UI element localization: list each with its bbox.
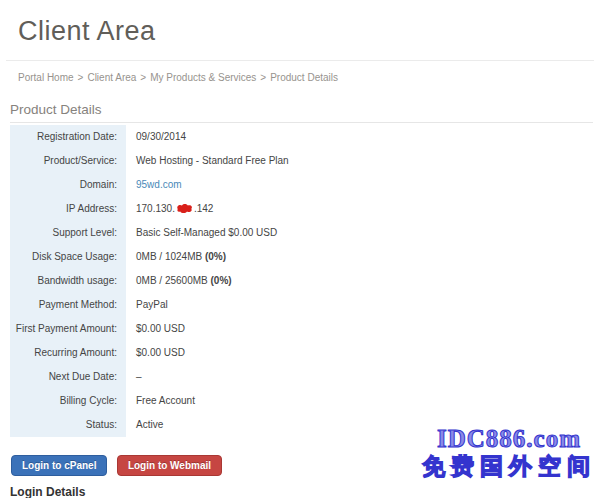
row-value: 0MB / 25600MB (0%): [126, 269, 595, 293]
breadcrumb-separator: >: [140, 72, 146, 83]
row-label: IP Address:: [10, 197, 126, 221]
row-label: Product/Service:: [10, 149, 126, 173]
table-row: Support Level: Basic Self-Managed $0.00 …: [10, 221, 595, 245]
breadcrumb-link-client-area[interactable]: Client Area: [87, 72, 136, 83]
breadcrumb-separator: >: [260, 72, 266, 83]
row-value: Basic Self-Managed $0.00 USD: [126, 221, 595, 245]
action-buttons: Login to cPanel Login to Webmail: [11, 455, 600, 476]
bandwidth-usage-text: 0MB / 25600MB: [136, 275, 210, 286]
row-value: 0MB / 1024MB (0%): [126, 245, 595, 269]
table-row: Product/Service: Web Hosting - Standard …: [10, 149, 595, 173]
row-label: Status:: [10, 413, 126, 437]
row-value: –: [126, 365, 595, 389]
table-row: Recurring Amount: $0.00 USD: [10, 341, 595, 365]
row-label: Next Due Date:: [10, 365, 126, 389]
breadcrumb-current-product-details: Product Details: [270, 72, 338, 83]
breadcrumb-separator: >: [78, 72, 84, 83]
table-row: Disk Space Usage: 0MB / 1024MB (0%): [10, 245, 595, 269]
table-row: Next Due Date: –: [10, 365, 595, 389]
table-row: Registration Date: 09/30/2014: [10, 125, 595, 149]
disk-usage-text: 0MB / 1024MB: [136, 251, 205, 262]
row-value: PayPal: [126, 293, 595, 317]
table-row: First Payment Amount: $0.00 USD: [10, 317, 595, 341]
breadcrumb-link-portal-home[interactable]: Portal Home: [18, 72, 74, 83]
domain-link[interactable]: 95wd.com: [136, 179, 182, 190]
row-label: Billing Cycle:: [10, 389, 126, 413]
row-value: $0.00 USD: [126, 317, 595, 341]
row-label: Recurring Amount:: [10, 341, 126, 365]
row-label: Disk Space Usage:: [10, 245, 126, 269]
section-title-product-details: Product Details: [10, 102, 593, 123]
table-row: Bandwidth usage: 0MB / 25600MB (0%): [10, 269, 595, 293]
row-label: Registration Date:: [10, 125, 126, 149]
row-label: Bandwidth usage:: [10, 269, 126, 293]
row-label: First Payment Amount:: [10, 317, 126, 341]
product-details-table: Registration Date: 09/30/2014 Product/Se…: [10, 125, 595, 437]
row-value: 09/30/2014: [126, 125, 595, 149]
row-value: $0.00 USD: [126, 341, 595, 365]
row-value: 170.130..142: [126, 197, 595, 221]
login-webmail-button[interactable]: Login to Webmail: [117, 455, 222, 476]
table-row: Domain: 95wd.com: [10, 173, 595, 197]
bandwidth-usage-percent: (0%): [210, 275, 231, 286]
row-label: Domain:: [10, 173, 126, 197]
table-row: Status: Active: [10, 413, 595, 437]
table-row: Billing Cycle: Free Account: [10, 389, 595, 413]
table-row: Payment Method: PayPal: [10, 293, 595, 317]
section-title-login-details: Login Details: [10, 485, 600, 498]
row-label: Support Level:: [10, 221, 126, 245]
disk-usage-percent: (0%): [205, 251, 226, 262]
row-value: Free Account: [126, 389, 595, 413]
breadcrumb: Portal Home>Client Area>My Products & Se…: [0, 61, 600, 83]
redaction-scribble-icon: [176, 203, 193, 214]
row-label: Payment Method:: [10, 293, 126, 317]
ip-prefix: 170.130.: [136, 203, 175, 214]
ip-suffix: .142: [194, 203, 213, 214]
row-value status-value: Active: [126, 413, 595, 437]
table-row: IP Address: 170.130..142: [10, 197, 595, 221]
row-value: Web Hosting - Standard Free Plan: [126, 149, 595, 173]
page-title: Client Area: [0, 0, 600, 47]
login-cpanel-button[interactable]: Login to cPanel: [11, 455, 107, 476]
row-value: 95wd.com: [126, 173, 595, 197]
breadcrumb-link-my-products[interactable]: My Products & Services: [150, 72, 256, 83]
